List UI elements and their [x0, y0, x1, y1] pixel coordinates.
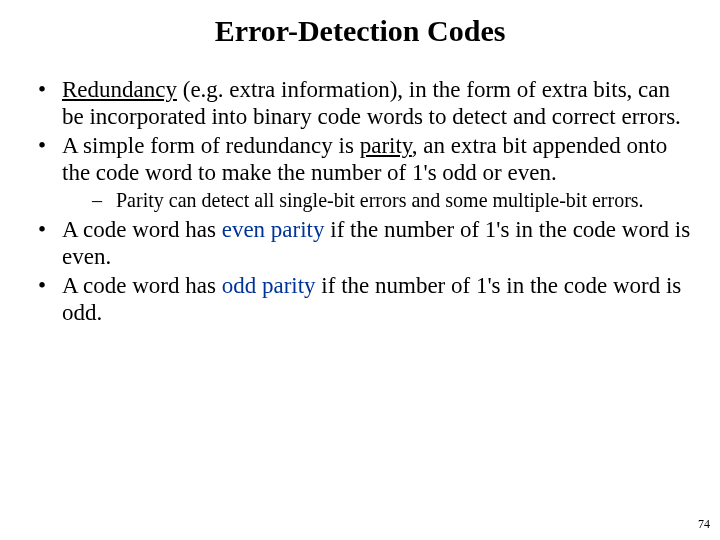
- bullet-parity: A simple form of redundancy is parity, a…: [32, 132, 692, 212]
- sub-bullet-text: Parity can detect all single-bit errors …: [116, 189, 644, 211]
- slide-title: Error-Detection Codes: [0, 0, 720, 58]
- page-number: 74: [698, 517, 710, 532]
- bullet-list: Redundancy (e.g. extra information), in …: [32, 76, 692, 327]
- slide: Error-Detection Codes Redundancy (e.g. e…: [0, 0, 720, 540]
- slide-body: Redundancy (e.g. extra information), in …: [0, 58, 720, 327]
- keyword-odd-parity: odd parity: [222, 273, 316, 298]
- bullet-redundancy: Redundancy (e.g. extra information), in …: [32, 76, 692, 130]
- bullet-even-parity: A code word has even parity if the numbe…: [32, 216, 692, 270]
- underlined-term-parity: parity: [360, 133, 412, 158]
- bullet-text: A simple form of redundancy is: [62, 133, 360, 158]
- sub-bullet-list: Parity can detect all single-bit errors …: [62, 189, 692, 213]
- sub-bullet-parity-detects: Parity can detect all single-bit errors …: [62, 189, 692, 213]
- keyword-even-parity: even parity: [222, 217, 325, 242]
- bullet-text: A code word has: [62, 273, 222, 298]
- underlined-term-redundancy: Redundancy: [62, 77, 177, 102]
- bullet-odd-parity: A code word has odd parity if the number…: [32, 272, 692, 326]
- bullet-text: A code word has: [62, 217, 222, 242]
